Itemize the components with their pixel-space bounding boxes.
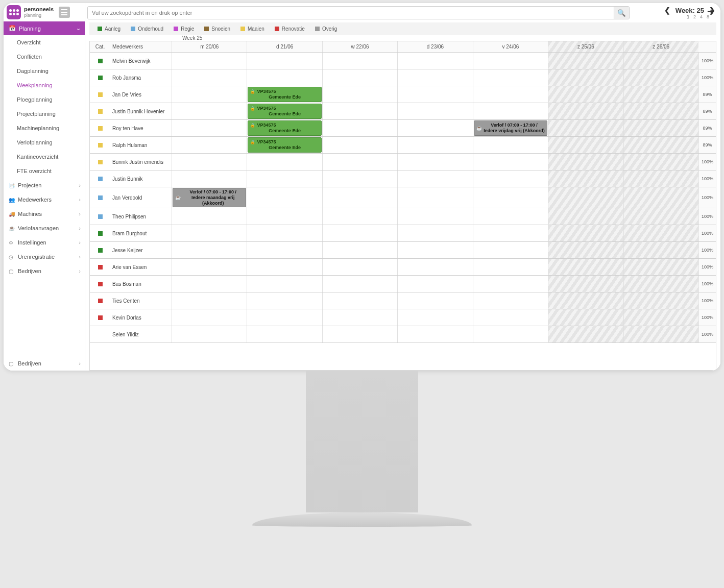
header-day-3[interactable]: d 23/06 <box>397 41 472 52</box>
cell-day-6[interactable] <box>623 259 698 275</box>
row-name[interactable]: Bunnik Justin emendis <box>110 154 172 170</box>
row-name[interactable]: Roy ten Have <box>110 120 172 136</box>
cell-day-3[interactable] <box>397 120 472 136</box>
event-leave[interactable]: ☕Verlof / 07:00 - 17:00 / Iedere maandag… <box>173 188 246 207</box>
event-leave[interactable]: ☕Verlof / 07:00 - 17:00 / Iedere vrijdag… <box>474 120 547 136</box>
cell-day-3[interactable] <box>397 187 472 208</box>
cell-day-1[interactable]: 🔒VP34575Gemeente Ede <box>247 103 322 119</box>
row-name[interactable]: Justin Bunnik <box>110 170 172 187</box>
nav-section-urenregistratie[interactable]: ◷Urenregistratie› <box>4 250 85 264</box>
cell-day-5[interactable] <box>548 137 623 153</box>
cell-day-0[interactable] <box>172 309 247 326</box>
legend-snoeien[interactable]: Snoeien <box>200 24 234 33</box>
cell-day-4[interactable] <box>473 292 548 309</box>
header-day-4[interactable]: v 24/06 <box>473 41 548 52</box>
search-input[interactable] <box>88 7 614 19</box>
cell-day-5[interactable] <box>548 309 623 326</box>
cell-day-3[interactable] <box>397 170 472 187</box>
cell-day-2[interactable] <box>322 53 397 69</box>
cell-day-6[interactable] <box>623 154 698 170</box>
cell-day-1[interactable] <box>247 225 322 241</box>
nav-item-machineplanning[interactable]: Machineplanning <box>4 121 85 135</box>
cell-day-3[interactable] <box>397 326 472 342</box>
cell-day-2[interactable] <box>322 242 397 258</box>
row-name[interactable]: Selen Yildiz <box>110 326 172 342</box>
cell-day-0[interactable] <box>172 103 247 119</box>
cell-day-2[interactable] <box>322 292 397 309</box>
cell-day-1[interactable] <box>247 187 322 208</box>
nav-item-conflicten[interactable]: Conflicten <box>4 50 85 64</box>
cell-day-5[interactable] <box>548 292 623 309</box>
legend-maaien[interactable]: Maaien <box>236 24 269 33</box>
cell-day-1[interactable] <box>247 309 322 326</box>
nav-item-kantineoverzicht[interactable]: Kantineoverzicht <box>4 150 85 164</box>
nav-item-fte overzicht[interactable]: FTE overzicht <box>4 164 85 178</box>
cell-day-2[interactable] <box>322 225 397 241</box>
cell-day-5[interactable] <box>548 120 623 136</box>
cell-day-4[interactable] <box>473 137 548 153</box>
row-name[interactable]: Kevin Dorlas <box>110 309 172 326</box>
cell-day-3[interactable] <box>397 208 472 225</box>
cell-day-6[interactable] <box>623 208 698 225</box>
header-day-6[interactable]: z 26/06 <box>623 41 698 52</box>
header-day-1[interactable]: d 21/06 <box>247 41 322 52</box>
week-size-4[interactable]: 4 <box>700 14 703 19</box>
nav-section-instellingen[interactable]: ⚙Instellingen› <box>4 235 85 250</box>
cell-day-1[interactable] <box>247 170 322 187</box>
event-project[interactable]: 🔒VP34575Gemeente Ede <box>248 87 321 102</box>
cell-day-3[interactable] <box>397 276 472 292</box>
cell-day-1[interactable] <box>247 208 322 225</box>
cell-day-0[interactable] <box>172 326 247 342</box>
cell-day-4[interactable] <box>473 86 548 103</box>
cell-day-3[interactable] <box>397 225 472 241</box>
legend-regie[interactable]: Regie <box>170 24 198 33</box>
row-name[interactable]: Theo Philipsen <box>110 208 172 225</box>
cell-day-0[interactable] <box>172 154 247 170</box>
nav-section-bedrijven[interactable]: ▢Bedrijven› <box>4 356 85 371</box>
cell-day-1[interactable] <box>247 69 322 86</box>
cell-day-1[interactable] <box>247 292 322 309</box>
nav-item-dagplanning[interactable]: Dagplanning <box>4 64 85 78</box>
nav-section-medewerkers[interactable]: 👥Medewerkers› <box>4 192 85 207</box>
cell-day-2[interactable] <box>322 187 397 208</box>
cell-day-0[interactable] <box>172 53 247 69</box>
nav-item-ploegplanning[interactable]: Ploegplanning <box>4 92 85 107</box>
nav-section-projecten[interactable]: 📑Projecten› <box>4 178 85 192</box>
cell-day-0[interactable] <box>172 137 247 153</box>
cell-day-0[interactable] <box>172 292 247 309</box>
cell-day-5[interactable] <box>548 86 623 103</box>
row-name[interactable]: Ties Centen <box>110 292 172 309</box>
cell-day-2[interactable] <box>322 309 397 326</box>
cell-day-5[interactable] <box>548 242 623 258</box>
cell-day-6[interactable] <box>623 309 698 326</box>
cell-day-6[interactable] <box>623 137 698 153</box>
cell-day-5[interactable] <box>548 170 623 187</box>
cell-day-5[interactable] <box>548 154 623 170</box>
cell-day-4[interactable] <box>473 154 548 170</box>
cell-day-6[interactable] <box>623 187 698 208</box>
cell-day-4[interactable]: ☕Verlof / 07:00 - 17:00 / Iedere vrijdag… <box>473 120 548 136</box>
search-button[interactable]: 🔍 <box>614 7 629 19</box>
cell-day-4[interactable] <box>473 259 548 275</box>
cell-day-5[interactable] <box>548 53 623 69</box>
cell-day-1[interactable] <box>247 242 322 258</box>
cell-day-6[interactable] <box>623 326 698 342</box>
cell-day-4[interactable] <box>473 170 548 187</box>
header-day-2[interactable]: w 22/06 <box>322 41 397 52</box>
row-name[interactable]: Justin Bunnik Hovenier <box>110 103 172 119</box>
cell-day-2[interactable] <box>322 208 397 225</box>
event-project[interactable]: 🔒VP34575Gemeente Ede <box>248 104 321 119</box>
cell-day-1[interactable] <box>247 276 322 292</box>
legend-onderhoud[interactable]: Onderhoud <box>127 24 167 33</box>
cell-day-2[interactable] <box>322 326 397 342</box>
cell-day-1[interactable] <box>247 259 322 275</box>
cell-day-2[interactable] <box>322 69 397 86</box>
row-name[interactable]: Melvin Beverwijk <box>110 53 172 69</box>
cell-day-2[interactable] <box>322 170 397 187</box>
cell-day-5[interactable] <box>548 259 623 275</box>
row-name[interactable]: Bas Bosman <box>110 276 172 292</box>
cell-day-3[interactable] <box>397 137 472 153</box>
logout-icon[interactable]: ➜ <box>707 7 713 15</box>
cell-day-0[interactable] <box>172 225 247 241</box>
header-day-0[interactable]: m 20/06 <box>172 41 247 52</box>
